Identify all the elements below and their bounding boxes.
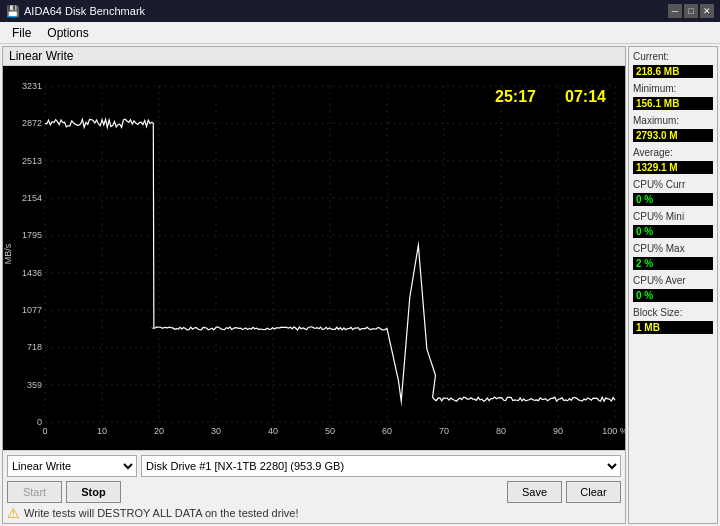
maximum-label: Maximum: bbox=[633, 115, 713, 126]
cpu-max-label: CPU% Max bbox=[633, 243, 713, 254]
menu-file[interactable]: File bbox=[4, 24, 39, 42]
current-value: 218.6 MB bbox=[633, 65, 713, 78]
left-panel: Linear Write Linear Write Disk Drive #1 … bbox=[2, 46, 626, 524]
save-button[interactable]: Save bbox=[507, 481, 562, 503]
cpu-curr-value: 0 % bbox=[633, 193, 713, 206]
close-button[interactable]: ✕ bbox=[700, 4, 714, 18]
stop-button[interactable]: Stop bbox=[66, 481, 121, 503]
chart-title: Linear Write bbox=[3, 47, 625, 66]
minimum-value: 156.1 MB bbox=[633, 97, 713, 110]
start-button[interactable]: Start bbox=[7, 481, 62, 503]
app-title: AIDA64 Disk Benchmark bbox=[24, 5, 145, 17]
average-label: Average: bbox=[633, 147, 713, 158]
maximize-button[interactable]: □ bbox=[684, 4, 698, 18]
block-size-value: 1 MB bbox=[633, 321, 713, 334]
app-icon: 💾 bbox=[6, 5, 20, 18]
cpu-min-value: 0 % bbox=[633, 225, 713, 238]
clear-button[interactable]: Clear bbox=[566, 481, 621, 503]
warning-icon: ⚠ bbox=[7, 505, 20, 521]
average-value: 1329.1 M bbox=[633, 161, 713, 174]
cpu-curr-label: CPU% Curr bbox=[633, 179, 713, 190]
cpu-max-value: 2 % bbox=[633, 257, 713, 270]
block-size-label: Block Size: bbox=[633, 307, 713, 318]
cpu-avg-label: CPU% Aver bbox=[633, 275, 713, 286]
warning-text: Write tests will DESTROY ALL DATA on the… bbox=[24, 507, 299, 519]
cpu-avg-value: 0 % bbox=[633, 289, 713, 302]
benchmark-chart bbox=[3, 66, 625, 450]
maximum-value: 2793.0 M bbox=[633, 129, 713, 142]
menu-bar: File Options bbox=[0, 22, 720, 44]
title-bar: 💾 AIDA64 Disk Benchmark ─ □ ✕ bbox=[0, 0, 720, 22]
menu-options[interactable]: Options bbox=[39, 24, 96, 42]
cpu-min-label: CPU% Mini bbox=[633, 211, 713, 222]
test-select[interactable]: Linear Write bbox=[7, 455, 137, 477]
drive-select[interactable]: Disk Drive #1 [NX-1TB 2280] (953.9 GB) bbox=[141, 455, 621, 477]
minimum-label: Minimum: bbox=[633, 83, 713, 94]
bottom-controls: Linear Write Disk Drive #1 [NX-1TB 2280]… bbox=[3, 450, 625, 523]
right-panel: Current: 218.6 MB Minimum: 156.1 MB Maxi… bbox=[628, 46, 718, 524]
chart-area bbox=[3, 66, 625, 450]
current-label: Current: bbox=[633, 51, 713, 62]
minimize-button[interactable]: ─ bbox=[668, 4, 682, 18]
